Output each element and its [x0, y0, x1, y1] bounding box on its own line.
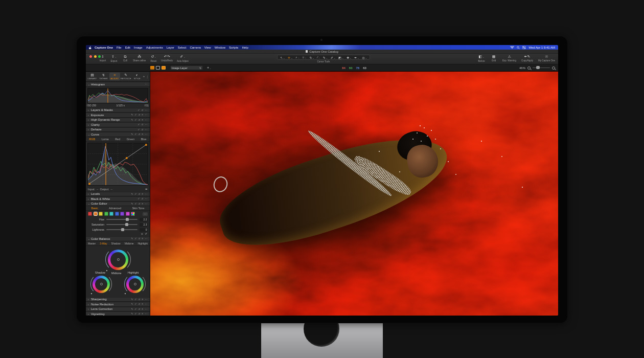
ce-tab-basic[interactable]: Basic	[91, 207, 98, 210]
menu-camera[interactable]: Camera	[190, 46, 200, 49]
lightness-value[interactable]: 0	[140, 228, 148, 232]
swatch-more-button[interactable]: ⋯	[143, 212, 148, 216]
saturation-slider[interactable]	[106, 224, 137, 225]
lightness-slider[interactable]	[106, 229, 137, 230]
panel-action-icons[interactable]	[137, 197, 148, 200]
zoom-in-icon[interactable]	[552, 66, 555, 70]
saturation-value[interactable]: 2.3	[140, 223, 148, 227]
swatch-orange[interactable]	[94, 212, 98, 216]
undo-redo-button[interactable]: ↶↷ Undo/Redo	[161, 55, 173, 62]
panel-more-icon[interactable]	[145, 83, 148, 85]
menu-help[interactable]: Help	[242, 46, 248, 49]
cb-tab-3way[interactable]: 3-Way	[100, 242, 107, 245]
curve-picker-icon[interactable]: ✒	[145, 187, 148, 191]
swatch-magenta[interactable]	[126, 212, 130, 216]
shadow-wheel[interactable]: ▲	[93, 276, 110, 293]
panel-vignetting[interactable]: Vignetting	[86, 311, 150, 316]
menu-adjustments[interactable]: Adjustments	[146, 46, 163, 49]
auto-adjust-button[interactable]: ✐ Auto Adjust	[177, 55, 189, 62]
swatch-yellow[interactable]	[99, 212, 103, 216]
panel-action-icons[interactable]	[131, 237, 148, 240]
panel-histogram[interactable]: Histogram	[86, 82, 150, 87]
swatch-cyan[interactable]	[109, 212, 113, 216]
panel-action-icons[interactable]	[131, 298, 148, 301]
menu-edit[interactable]: Edit	[125, 46, 130, 49]
tab-style[interactable]: ◐ STYLE	[132, 73, 143, 81]
cb-tab-highlight[interactable]: Highlight	[137, 242, 147, 245]
menu-scripts[interactable]: Scripts	[229, 46, 238, 49]
crop-tool-icon[interactable]: ⌗	[303, 56, 307, 59]
hue-slider[interactable]	[106, 219, 137, 220]
cull-button[interactable]: ⧉ Cull	[122, 55, 129, 62]
exposure-warning-button[interactable]: ⚠ Exp. Warning	[502, 55, 516, 62]
heal-tool-icon[interactable]: ✚	[347, 56, 351, 59]
panel-action-icons[interactable]	[137, 128, 148, 131]
panel-action-icons[interactable]	[131, 133, 148, 136]
panel-black-white[interactable]: Black & White	[86, 196, 150, 202]
highlight-wheel[interactable]: ▲	[126, 276, 144, 293]
tab-menu-icon[interactable]: ⋮	[146, 75, 149, 78]
menu-select[interactable]: Select	[178, 46, 187, 49]
loupe-tool-icon[interactable]: ⌕	[295, 56, 300, 59]
panel-action-icons[interactable]	[131, 312, 148, 315]
spotlight-search-icon[interactable]	[517, 46, 520, 49]
swatch-all-colors[interactable]	[131, 212, 135, 216]
hue-value[interactable]: 2.2	[140, 218, 148, 221]
tab-retouch[interactable]: ✎ RETOUCH	[121, 73, 131, 81]
clone-tool-icon[interactable]: ✒	[354, 56, 359, 59]
swatch-red[interactable]	[88, 212, 92, 216]
menu-image[interactable]: Image	[134, 46, 143, 49]
menu-capture-one[interactable]: Capture One	[95, 46, 113, 49]
photo-viewer[interactable]	[150, 72, 558, 316]
control-center-icon[interactable]	[522, 46, 526, 49]
ce-tab-advanced[interactable]: Advanced	[109, 207, 121, 210]
import-button[interactable]: ⇩ Import	[99, 55, 106, 62]
ce-list-icon[interactable]: ≡	[141, 232, 143, 236]
zoom-slider[interactable]	[533, 68, 550, 69]
more-tabs-icon[interactable]: »	[143, 75, 145, 78]
grid-button[interactable]: ▦ Grid	[490, 55, 497, 62]
before-button[interactable]: ◧ Before	[478, 55, 485, 62]
tab-tether[interactable]: ↯ TETHER	[98, 73, 109, 81]
menu-file[interactable]: File	[117, 46, 122, 49]
panel-color-balance[interactable]: Color Balance	[86, 236, 150, 241]
panel-exposure[interactable]: Exposure	[86, 113, 150, 118]
cb-tab-midtone[interactable]: Midtone	[125, 242, 134, 245]
my-capture-one-button[interactable]: ☉ My Capture One	[538, 55, 555, 62]
erase-mask-tool-icon[interactable]: ✐	[331, 56, 335, 59]
tab-library[interactable]: ▤ LIBRARY	[87, 73, 98, 81]
panel-action-icons[interactable]	[131, 119, 148, 121]
panel-noise-reduction[interactable]: Noise Reduction	[86, 302, 150, 307]
apple-logo-icon[interactable]	[89, 46, 91, 49]
panel-layers-masks[interactable]: Layers & Masks	[86, 108, 150, 113]
cb-tab-shadow[interactable]: Shadow	[111, 242, 121, 245]
swatch-purple[interactable]	[120, 212, 124, 216]
menu-bar-clock[interactable]: Wed Apr 1 9:41 AM	[528, 46, 555, 49]
menu-view[interactable]: View	[204, 46, 211, 49]
panel-action-icons[interactable]	[131, 203, 148, 205]
tab-adjust[interactable]: ≡ ADJUST	[109, 73, 120, 81]
panel-lens-correction[interactable]: Lens Correction	[86, 307, 150, 312]
panel-levels[interactable]: Levels	[86, 192, 150, 197]
curve-tab-rgb[interactable]: RGB	[89, 138, 95, 141]
panel-action-icons[interactable]	[131, 114, 148, 116]
curve-tab-green[interactable]: Green	[127, 138, 134, 141]
ce-picker-icon[interactable]: ✐	[145, 232, 147, 236]
curve-graph[interactable]	[86, 142, 150, 187]
select-tool-icon[interactable]: ↖	[280, 56, 285, 59]
panel-action-icons[interactable]	[131, 308, 148, 310]
close-button[interactable]	[89, 55, 92, 58]
reset-button[interactable]: ↺ Reset	[150, 55, 157, 62]
minimize-button[interactable]	[94, 55, 97, 58]
export-button[interactable]: ⇧ Export	[110, 55, 118, 62]
panel-action-icons[interactable]	[137, 109, 148, 111]
wifi-icon[interactable]	[510, 46, 514, 49]
cb-tab-master[interactable]: Master	[88, 242, 96, 245]
copy-apply-button[interactable]: ✒✎ Copy/Apply	[521, 55, 533, 62]
draw-mask-tool-icon[interactable]: ✎	[323, 56, 328, 59]
zoom-out-icon[interactable]	[527, 66, 531, 70]
panel-color-editor[interactable]: Color Editor	[86, 202, 150, 207]
panel-action-icons[interactable]	[131, 303, 148, 305]
panel-action-icons[interactable]	[137, 123, 148, 126]
panel-curve[interactable]: Curve	[86, 132, 150, 137]
